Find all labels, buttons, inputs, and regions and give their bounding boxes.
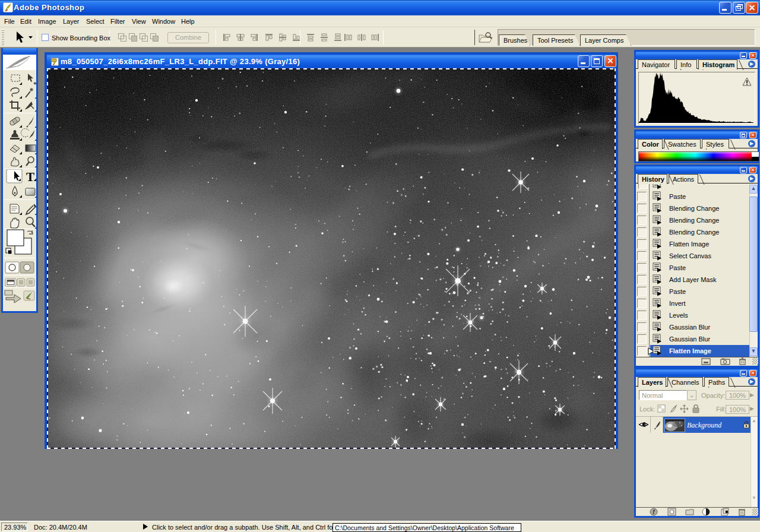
svg-text:T: T	[26, 170, 34, 184]
